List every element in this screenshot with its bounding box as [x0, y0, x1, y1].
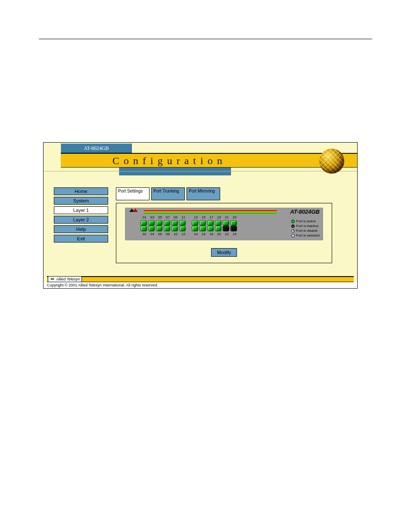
- port-number: 05: [157, 215, 163, 219]
- footer-brand-label: Allied Telesyn: [56, 277, 80, 281]
- title-bar: Configuration: [61, 153, 357, 168]
- port-number: 15: [200, 215, 207, 219]
- port-number: 14: [193, 232, 199, 236]
- port-number: 08: [165, 232, 171, 236]
- faceplate-model-label: AT-8024GB: [290, 208, 320, 215]
- port-number: 13: [193, 215, 199, 219]
- port-number: 20: [216, 232, 222, 236]
- nav-exit[interactable]: Exit: [54, 235, 108, 243]
- tab-port-trunking[interactable]: Port Trunking: [151, 187, 185, 200]
- header-rule: [44, 171, 357, 171]
- port-led[interactable]: [156, 226, 162, 231]
- port-led[interactable]: [140, 226, 147, 231]
- legend-active-icon: [291, 220, 295, 223]
- port-number: 06: [157, 232, 163, 236]
- port-led[interactable]: [148, 226, 155, 231]
- port-led[interactable]: [148, 220, 155, 226]
- port-number: 23: [231, 215, 238, 219]
- port-led[interactable]: [199, 220, 206, 226]
- port-led[interactable]: [171, 220, 178, 226]
- copyright-text: Copyright © 2001 Allied Telesyn Internat…: [44, 282, 357, 288]
- legend-selected-label: Port is selected: [296, 233, 320, 238]
- port-number: 11: [180, 215, 187, 219]
- port-led[interactable]: [156, 220, 162, 226]
- port-led[interactable]: [171, 226, 178, 231]
- port-led[interactable]: [140, 220, 147, 226]
- port-number: 19: [216, 215, 222, 219]
- port-led[interactable]: [164, 220, 170, 226]
- nav-system[interactable]: System: [54, 197, 108, 205]
- legend-inactive-icon: [291, 224, 295, 228]
- legend-active-label: Port is active: [296, 219, 316, 224]
- port-led[interactable]: [215, 220, 221, 226]
- footer-bar: [47, 276, 354, 282]
- port-led[interactable]: [215, 226, 221, 231]
- port-number: 24: [231, 232, 238, 236]
- sidebar-nav: Home System Layer 1 Layer 2 Help Exit: [54, 187, 108, 244]
- header: AT-8024GB Configuration: [44, 143, 357, 181]
- nav-help[interactable]: Help: [54, 225, 108, 233]
- nav-layer2[interactable]: Layer 2: [54, 216, 108, 224]
- port-led[interactable]: [199, 226, 206, 231]
- rainbow-stripe: [144, 210, 277, 214]
- nav-home[interactable]: Home: [54, 187, 108, 195]
- legend-selected-icon: [291, 234, 295, 237]
- port-number: 09: [172, 215, 179, 219]
- legend-inactive-label: Port is inactive: [296, 224, 318, 228]
- port-led[interactable]: [164, 226, 170, 231]
- config-app: AT-8024GB Configuration Home System Laye…: [43, 142, 358, 289]
- port-led[interactable]: [223, 220, 229, 226]
- port-led[interactable]: [192, 220, 198, 226]
- port-number: 07: [165, 215, 171, 219]
- port-number: 18: [208, 232, 215, 236]
- page-title: Configuration: [61, 154, 357, 168]
- model-tab: AT-8024GB: [61, 143, 132, 153]
- legend-disable-label: Port is disable: [296, 228, 318, 233]
- port-led[interactable]: [207, 220, 214, 226]
- port-number: 21: [224, 215, 230, 219]
- sub-bar: [119, 168, 231, 175]
- footer-brand: Allied Telesyn: [48, 276, 82, 282]
- modify-button[interactable]: Modify: [211, 248, 237, 257]
- content-panel: AT-8024GB 010305070911131517192123 02040…: [116, 203, 332, 263]
- vendor-logo-icon: [128, 208, 140, 213]
- port-led[interactable]: [179, 220, 186, 226]
- port-led[interactable]: [192, 226, 198, 231]
- tab-port-mirroring[interactable]: Port Mirroring: [187, 187, 220, 200]
- port-led[interactable]: [179, 226, 186, 231]
- port-number: 02: [141, 232, 148, 236]
- tab-port-settings[interactable]: Port Settings: [116, 187, 149, 200]
- vendor-logo-icon: [50, 277, 55, 281]
- nav-layer1[interactable]: Layer 1: [54, 206, 108, 214]
- port-number: 04: [149, 232, 156, 236]
- port-number: 22: [224, 232, 230, 236]
- switch-faceplate: AT-8024GB 010305070911131517192123 02040…: [125, 208, 323, 240]
- port-legend: Port is active Port is inactive Port is …: [291, 219, 320, 238]
- port-led[interactable]: [207, 226, 214, 231]
- port-number: 17: [208, 215, 215, 219]
- port-number: 01: [141, 215, 148, 219]
- legend-disable-icon: [291, 229, 295, 233]
- globe-icon: [319, 149, 344, 174]
- port-led[interactable]: [230, 226, 237, 231]
- tab-strip: Port Settings Port Trunking Port Mirrori…: [116, 187, 220, 200]
- port-led[interactable]: [223, 226, 229, 231]
- port-number: 16: [200, 232, 207, 236]
- port-led[interactable]: [230, 220, 237, 226]
- footer: Allied Telesyn Copyright © 2001 Allied T…: [44, 276, 357, 288]
- port-number: 12: [180, 232, 187, 236]
- port-number: 03: [149, 215, 156, 219]
- port-number: 10: [172, 232, 179, 236]
- page-rule: [39, 39, 372, 39]
